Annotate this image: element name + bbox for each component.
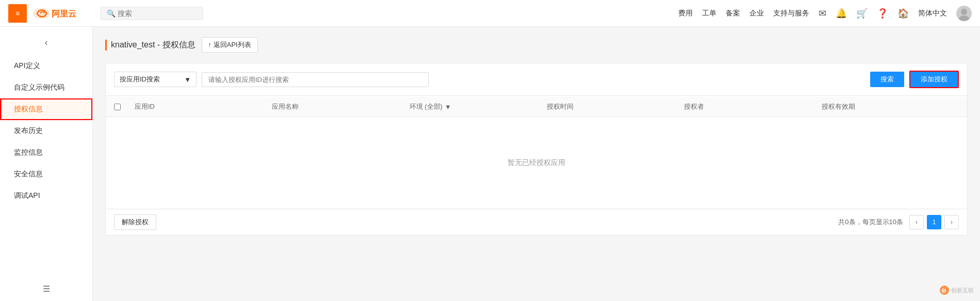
nav-item-language[interactable]: 简体中文: [918, 9, 947, 18]
sidebar-item-auth-info[interactable]: 授权信息: [0, 98, 92, 120]
pagination-page-1[interactable]: 1: [927, 215, 941, 229]
env-filter-icon: ▼: [445, 103, 451, 111]
search-type-select[interactable]: 按应用ID搜索 ▼: [114, 72, 197, 87]
global-search[interactable]: 🔍: [100, 7, 203, 20]
svg-point-3: [959, 15, 969, 21]
watermark-text: 创新互联: [951, 287, 974, 294]
empty-text: 暂无已经授权应用: [508, 158, 565, 168]
sidebar-item-custom-code[interactable]: 自定义示例代码: [0, 77, 92, 98]
logo: 阿里云: [33, 5, 79, 22]
nav-item-enterprise[interactable]: 企业: [749, 9, 764, 18]
table-header-env[interactable]: 环境 (全部) ▼: [410, 102, 547, 111]
cart-icon[interactable]: 🛒: [856, 8, 868, 19]
table-header-app-name: 应用名称: [272, 102, 409, 111]
sidebar-item-security[interactable]: 安全信息: [0, 163, 92, 185]
table-header: 应用ID 应用名称 环境 (全部) ▼ 授权时间 授权者 授权有效期: [106, 97, 967, 117]
add-auth-button[interactable]: 添加授权: [909, 71, 959, 88]
nav-item-workorder[interactable]: 工单: [702, 9, 716, 18]
table-header-app-id: 应用ID: [135, 102, 272, 111]
search-app-id-input[interactable]: [202, 72, 429, 87]
email-icon[interactable]: ✉: [819, 8, 826, 19]
table-header-checkbox[interactable]: [114, 104, 135, 110]
pagination: 共0条，每页显示10条 ‹ 1 ›: [838, 215, 959, 229]
home-icon[interactable]: 🏠: [897, 8, 909, 19]
collapse-icon: ‹: [45, 37, 48, 48]
sidebar-item-monitor[interactable]: 监控信息: [0, 142, 92, 163]
sidebar-item-debug-api[interactable]: 调试API: [0, 185, 92, 207]
list-icon: ☰: [43, 284, 50, 294]
nav-item-icp[interactable]: 备案: [726, 9, 740, 18]
search-button[interactable]: 搜索: [870, 72, 904, 87]
watermark: 创 创新互联: [940, 286, 974, 295]
main-content: knative_test - 授权信息 ↑ 返回API列表 按应用ID搜索 ▼ …: [93, 27, 980, 301]
svg-point-2: [961, 9, 967, 15]
page-title: knative_test - 授权信息: [105, 40, 195, 51]
menu-toggle-icon[interactable]: ≡: [8, 4, 27, 23]
watermark-logo: 创: [940, 286, 949, 295]
search-bar: 按应用ID搜索 ▼ 搜索 添加授权: [106, 63, 967, 96]
select-all-checkbox[interactable]: [114, 104, 121, 110]
sidebar-item-publish-history[interactable]: 发布历史: [0, 120, 92, 142]
svg-text:阿里云: 阿里云: [52, 9, 76, 18]
hamburger-icon: ≡: [15, 9, 20, 18]
sidebar-item-api-definition[interactable]: API定义: [0, 55, 92, 77]
sidebar-bottom-icon[interactable]: ☰: [0, 277, 92, 301]
nav-item-fees[interactable]: 费用: [678, 9, 693, 18]
table-empty-state: 暂无已经授权应用: [106, 117, 967, 209]
auth-table-container: 按应用ID搜索 ▼ 搜索 添加授权 应用ID 应用名称: [105, 63, 968, 236]
search-icon: 🔍: [107, 9, 116, 18]
table-header-auth-time: 授权时间: [547, 102, 684, 111]
page-number: 1: [933, 219, 936, 226]
main-layout: ‹ API定义 自定义示例代码 授权信息 发布历史 监控信息 安全信息 调试AP…: [0, 27, 980, 301]
sidebar: ‹ API定义 自定义示例代码 授权信息 发布历史 监控信息 安全信息 调试AP…: [0, 27, 93, 301]
prev-icon: ‹: [916, 219, 918, 226]
chevron-down-icon: ▼: [184, 76, 191, 83]
page-header: knative_test - 授权信息 ↑ 返回API列表: [105, 37, 968, 53]
nav-right-items: 费用 工单 备案 企业 支持与服务 ✉ 🔔 🛒 ❓ 🏠 简体中文: [678, 6, 972, 21]
svg-text:创: 创: [941, 288, 946, 293]
user-avatar[interactable]: [956, 6, 972, 21]
aliyun-logo-svg: 阿里云: [33, 5, 79, 22]
back-to-api-list-button[interactable]: ↑ 返回API列表: [202, 37, 258, 53]
search-select-label: 按应用ID搜索: [120, 75, 180, 84]
pagination-info: 共0条，每页显示10条: [838, 218, 903, 227]
revoke-auth-button[interactable]: 解除授权: [114, 214, 156, 230]
search-input-wrapper: [202, 72, 865, 87]
pagination-next-button[interactable]: ›: [944, 215, 959, 229]
nav-item-support[interactable]: 支持与服务: [773, 9, 809, 18]
pagination-prev-button[interactable]: ‹: [909, 215, 924, 229]
bell-icon[interactable]: 🔔: [836, 8, 847, 19]
sidebar-collapse-btn[interactable]: ‹: [0, 32, 92, 55]
table-footer: 解除授权 共0条，每页显示10条 ‹ 1 ›: [106, 209, 967, 235]
next-icon: ›: [951, 219, 953, 226]
help-icon[interactable]: ❓: [877, 8, 888, 19]
table-header-authorizer: 授权者: [684, 102, 821, 111]
top-navigation: ≡ 阿里云 🔍 费用 工单 备案 企业 支持与服务 ✉ 🔔 🛒 ❓ 🏠 简体中文: [0, 0, 980, 27]
sidebar-menu: API定义 自定义示例代码 授权信息 发布历史 监控信息 安全信息 调试API: [0, 55, 92, 277]
search-input[interactable]: [118, 9, 190, 18]
table-header-auth-validity: 授权有效期: [822, 102, 959, 111]
